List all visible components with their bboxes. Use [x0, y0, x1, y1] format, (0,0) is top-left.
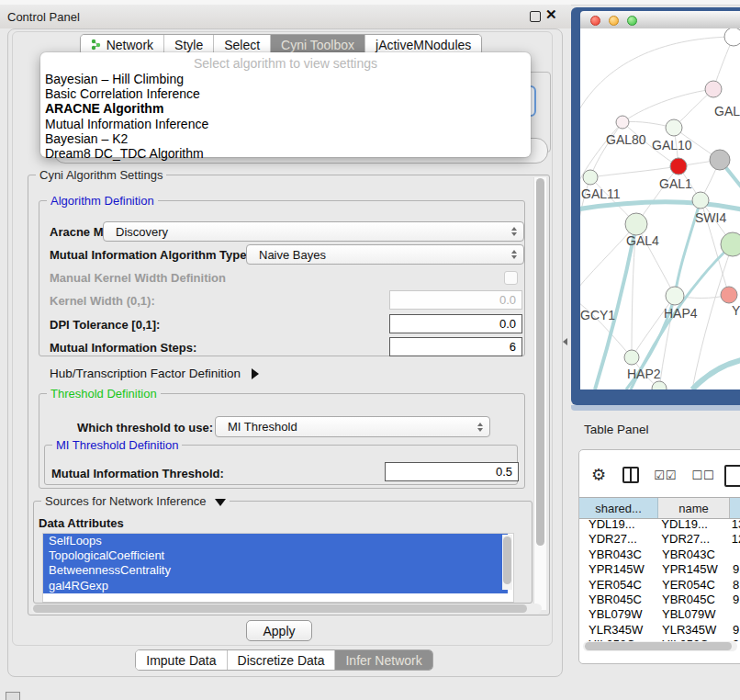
network-edge[interactable]	[692, 359, 740, 390]
algorithm-option[interactable]: Mutual Information Inference	[40, 117, 531, 131]
table-cell: YPR145W	[658, 562, 730, 577]
settings-horizontal-scrollbar[interactable]	[31, 604, 542, 614]
network-node-label: SWI4	[695, 210, 726, 225]
table-horizontal-scrollbar[interactable]	[583, 641, 737, 651]
tab-jactivemnodules[interactable]: jActiveMNodules	[365, 35, 481, 54]
network-edge[interactable]	[622, 89, 713, 122]
table-cell: YBR045C	[658, 593, 730, 607]
network-edge[interactable]	[580, 202, 740, 210]
tab-network[interactable]: Network	[81, 35, 164, 54]
table-row[interactable]: YDL19...YDL19...13	[579, 517, 740, 532]
settings-vscroll-thumb[interactable]	[536, 178, 544, 546]
table-cell: YBL079W	[579, 607, 658, 622]
mi-steps-label: Mutual Information Steps:	[50, 341, 196, 355]
sources-legend[interactable]: Sources for Network Inference	[41, 494, 230, 508]
manual-kernel-label: Manual Kernel Width Definition	[50, 271, 226, 285]
table-row[interactable]: YBR043CYBR043C	[579, 548, 740, 562]
hub-expander[interactable]: Hub/Transcription Factor Definition	[50, 367, 259, 380]
table-row[interactable]: YDR27...YDR27...12	[579, 532, 740, 547]
table-row[interactable]: YLR345WYLR345W9.	[579, 623, 740, 638]
close-traffic-light-icon[interactable]	[590, 16, 600, 26]
deselect-all-checks-icon[interactable]: ☐☐	[691, 469, 714, 482]
network-node-gal10[interactable]	[666, 119, 682, 136]
data-attributes-list[interactable]: SelfLoopsTopologicalCoefficientBetweenne…	[42, 533, 514, 603]
panel-splitter-arrow[interactable]	[563, 338, 567, 345]
attributes-scrollbar[interactable]	[502, 535, 512, 590]
algorithm-dropdown: Select algorithm to view settings Bayesi…	[40, 52, 531, 157]
algorithm-option[interactable]: Dream8 DC_TDC Algorithm	[40, 146, 531, 161]
table-cell: YBR045C	[579, 593, 658, 607]
data-attribute-item[interactable]: TopologicalCoefficient	[43, 548, 508, 563]
table-row[interactable]: YBL079WYBL079W	[579, 607, 740, 622]
manual-kernel-checkbox[interactable]	[504, 271, 518, 285]
network-node-label: GAL80	[606, 132, 646, 147]
network-node-hap4[interactable]	[666, 287, 684, 305]
network-node[interactable]	[724, 28, 740, 46]
kernel-width-label: Kernel Width (0,1):	[50, 294, 155, 308]
apply-button[interactable]: Apply	[246, 620, 312, 641]
column-header-name[interactable]: name	[658, 498, 730, 518]
tab-infer-network[interactable]: Infer Network	[335, 650, 432, 670]
gear-icon[interactable]: ⚙	[591, 465, 606, 485]
network-node-gal4[interactable]	[625, 213, 647, 235]
mi-threshold-field[interactable]: 0.5	[385, 462, 519, 481]
network-node-gal1[interactable]	[670, 158, 687, 175]
column-header-shared[interactable]: shared...	[579, 498, 658, 518]
network-node-gal[interactable]	[705, 81, 722, 97]
mi-threshold-legend: MI Threshold Definition	[52, 438, 182, 452]
dpi-tolerance-field[interactable]: 0.0	[389, 314, 522, 333]
mi-steps-field[interactable]: 6	[389, 337, 522, 356]
tab-style[interactable]: Style	[164, 35, 214, 54]
aracne-mode-combo[interactable]: Discovery	[103, 221, 524, 242]
network-node-label: GCY1	[580, 308, 615, 322]
network-node[interactable]	[652, 381, 667, 390]
algorithm-option[interactable]: Bayesian – K2	[40, 131, 531, 146]
table-row[interactable]: YPR145WYPR145W9.	[579, 562, 740, 577]
network-node-label: GAL4	[626, 233, 659, 248]
network-node-label: GAL1	[659, 176, 692, 191]
algorithm-definition-legend: Algorithm Definition	[47, 194, 158, 208]
which-threshold-combo[interactable]: MI Threshold	[215, 416, 490, 437]
close-icon[interactable]: ✕	[545, 6, 557, 23]
tab-discretize-data[interactable]: Discretize Data	[228, 650, 336, 670]
settings-vertical-scrollbar[interactable]	[533, 177, 546, 610]
network-node[interactable]	[721, 232, 740, 256]
table-cell: YDR27...	[579, 532, 657, 547]
network-node-label: HAP4	[664, 306, 698, 321]
network-node[interactable]	[710, 150, 730, 170]
settings-hscroll-thumb[interactable]	[33, 604, 527, 613]
network-node-gal80[interactable]	[616, 116, 629, 129]
minimized-panel-chip[interactable]	[6, 692, 20, 700]
data-attribute-item[interactable]: gal4RGexp	[43, 579, 508, 593]
algorithm-dropdown-list: Bayesian – Hill ClimbingBasic Correlatio…	[40, 72, 531, 161]
network-node-hap2[interactable]	[624, 350, 639, 365]
export-table-icon[interactable]	[724, 465, 740, 487]
algorithm-option[interactable]: Basic Correlation Inference	[40, 86, 531, 101]
kernel-width-field[interactable]: 0.0	[389, 290, 522, 310]
table-row[interactable]: YER054CYER054C8.	[579, 578, 740, 593]
zoom-traffic-light-icon[interactable]	[627, 16, 637, 26]
network-node-y[interactable]	[721, 287, 737, 303]
network-view-window[interactable]: GALGAL80GAL10GAL1GAL11SWI4GAL4GCY1HAP4YH…	[571, 7, 740, 405]
network-window-titlebar[interactable]	[580, 11, 740, 29]
network-node-swi4[interactable]	[692, 192, 709, 209]
network-canvas[interactable]: GALGAL80GAL10GAL1GAL11SWI4GAL4GCY1HAP4YH…	[580, 28, 740, 390]
minimize-traffic-light-icon[interactable]	[609, 16, 619, 26]
mi-type-combo[interactable]: Naive Bayes	[246, 244, 524, 265]
algorithm-option[interactable]: Bayesian – Hill Climbing	[40, 72, 531, 86]
column-header-clipped[interactable]	[730, 498, 740, 518]
columns-icon[interactable]	[622, 467, 639, 483]
data-attribute-item[interactable]: BetweennessCentrality	[43, 563, 508, 578]
tab-cyni-toolbox[interactable]: Cyni Toolbox	[271, 35, 365, 54]
table-cell: 9.	[730, 593, 740, 607]
table-cell: YLR345W	[579, 623, 658, 638]
algorithm-option[interactable]: ARACNE Algorithm	[40, 101, 531, 116]
network-node-gal11[interactable]	[583, 170, 598, 185]
table-row[interactable]: YBR045CYBR045C9.	[579, 593, 740, 607]
data-attribute-item[interactable]: SelfLoops	[43, 534, 508, 548]
network-edge[interactable]	[590, 122, 622, 177]
float-window-icon[interactable]	[530, 11, 541, 22]
select-all-checks-icon[interactable]: ☑☑	[654, 469, 677, 482]
tab-select[interactable]: Select	[214, 35, 271, 54]
tab-impute-data[interactable]: Impute Data	[136, 650, 227, 670]
